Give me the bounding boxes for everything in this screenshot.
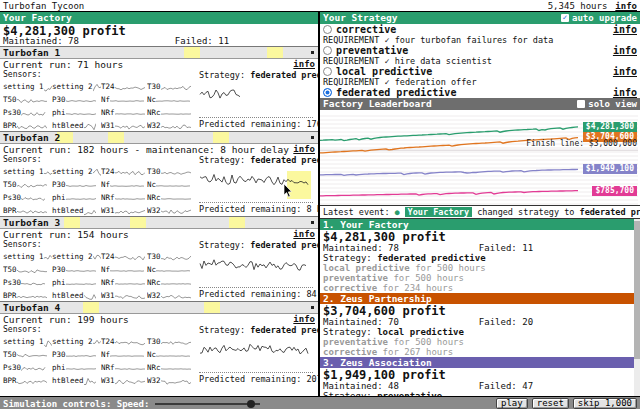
scrollbar-thumb[interactable] [634,221,640,359]
radio-icon[interactable] [323,25,332,34]
turbofan-run-row: Current run: 199 hours info [0,314,318,325]
sensor-name: htBleed [52,291,84,301]
strategy-info-link[interactable]: info [613,87,637,98]
radio-icon[interactable] [323,67,332,76]
turbofan-info-link[interactable]: info [293,59,315,70]
sensor-cell: Nf [101,92,147,105]
strategy-requirement: REQUIREMENT ✓ hire data scientist [320,56,640,66]
sensor-name: W31 [101,206,115,216]
sensor-name: BPR [3,376,17,386]
turbofan-current-run: Current run: 71 hours [3,59,123,70]
leaderboard-header-title: Factory Leaderboard [323,98,432,110]
prediction-sparkline [199,335,313,373]
entry-strategy-prefix: Strategy: [323,253,377,263]
timeline-dot-icon [311,306,314,309]
maintenance-marker [83,302,99,313]
sensor-name: NRc [147,108,161,118]
maintenance-marker [130,217,146,228]
strategy-option-row[interactable]: corrective info [320,24,640,35]
strategy-history-row: local predictive for 500 hours [320,263,640,273]
sensors-label: Sensors: [3,155,199,164]
sensor-cell: setting 2 [52,79,101,92]
sensor-name: NRc [147,363,161,373]
turbofan-info-link[interactable]: info [293,144,315,155]
turbofan-strategy: Strategy: federated predictive [199,155,315,165]
strategy-option-row[interactable]: federated predictive info [320,87,640,98]
sensor-cell: BPR [3,288,52,301]
sensor-cell: NRc [147,105,193,118]
latest-event-strategy: federated predictive [580,207,640,217]
strategy-option: preventative info REQUIREMENT ✓ hire dat… [320,45,640,66]
sensor-cell: setting 2 [52,334,101,347]
sensor-cell: setting 2 [52,164,101,177]
predicted-remaining: Predicted remaining: 207 hours [199,373,315,383]
sensor-name: NRf [101,193,115,203]
auto-upgrade-checkbox[interactable]: ✓ auto upgrade [561,12,637,24]
sensor-cell: T24 [101,79,147,92]
turbofan-title: Turbofan 3 [3,217,60,228]
maintenance-marker [108,132,124,143]
sensor-cell: Ps30 [3,105,52,118]
sensor-name: phi [52,108,66,118]
sensor-name: NRc [147,193,161,203]
sensor-cell: W32 [147,203,193,216]
sensor-name: T24 [101,337,115,347]
turbofan-current-run: Current run: 154 hours [3,229,129,240]
strategy-option-row[interactable]: preventative info [320,45,640,56]
strategy-info-link[interactable]: info [613,24,637,35]
strategy-column: Strategy: federated predictive Predicted… [199,155,315,216]
strategy-prefix: Strategy: [199,70,250,80]
strategy-option-label: preventative [336,45,609,56]
sensor-cell: NRf [101,190,147,203]
strategy-info-link[interactable]: info [613,66,637,77]
hours-info-link[interactable]: info [615,1,637,11]
entry-stats: Maintained: 78 Failed: 11 [320,243,640,253]
slider-thumb[interactable] [247,400,255,408]
sensor-cell: T30 [147,249,193,262]
sensor-grid: setting 1 setting 2 T24 T30 T50 P30 Nf N… [3,164,199,216]
sensor-cell: htBleed [52,118,101,131]
sensor-cell: T50 [3,262,52,275]
solo-view-checkbox[interactable]: ✓ solo view [577,98,637,110]
sensor-name: Ps30 [3,363,21,373]
radio-icon[interactable] [323,88,332,97]
sensor-name: BPR [3,206,17,216]
leaderboard-entry: 3. Zeus Association $1,949,100 profit Ma… [320,357,640,396]
strategy-leaderboard-panel: Your Strategy ✓ auto upgrade corrective … [320,12,640,396]
speed-slider[interactable] [155,399,260,408]
sensor-cell: P30 [52,92,101,105]
timeline-dot-icon [311,221,314,224]
skip-button[interactable]: skip 1,000 [573,398,637,409]
sensor-name: NRf [101,108,115,118]
sensor-name: T50 [3,265,17,275]
turbofan-info-link[interactable]: info [293,229,315,240]
radio-icon[interactable] [323,46,332,55]
entry-maintained: Maintained: 48 [323,381,399,391]
sensor-cell: T30 [147,164,193,177]
strategy-option-row[interactable]: local predictive info [320,66,640,77]
sensor-name: T24 [101,82,115,92]
predicted-remaining: Predicted remaining: 176 hours [199,118,315,128]
entry-strategy: Strategy: local predictive [320,327,640,337]
sensor-cell: setting 1 [3,164,52,177]
sensor-cell: phi [52,105,101,118]
sensor-cell: Ps30 [3,360,52,373]
leaderboard-header: Factory Leaderboard ✓ solo view [320,98,640,110]
reset-button[interactable]: reset [532,398,569,409]
sensor-name: T50 [3,95,17,105]
entry-strategy: Strategy: preventative [320,391,640,396]
sensor-name: T30 [147,82,161,92]
event-factory-badge: Your Factory [405,207,472,217]
sensor-grid: setting 1 setting 2 T24 T30 T50 P30 Nf N… [3,334,199,386]
sensor-cell: Ps30 [3,275,52,288]
sensor-cell: setting 1 [3,79,52,92]
play-button[interactable]: play [496,398,528,409]
sensor-name: P30 [52,350,66,360]
strategy-info-link[interactable]: info [613,45,637,56]
sensors-column: Sensors: setting 1 setting 2 T24 T30 T50… [3,240,199,301]
sensor-cell: Nc [147,177,193,190]
sensor-name: W32 [147,376,161,386]
turbofan-info-link[interactable]: info [293,314,315,325]
slider-track [155,403,260,405]
event-bullet-icon: ● [395,208,400,217]
